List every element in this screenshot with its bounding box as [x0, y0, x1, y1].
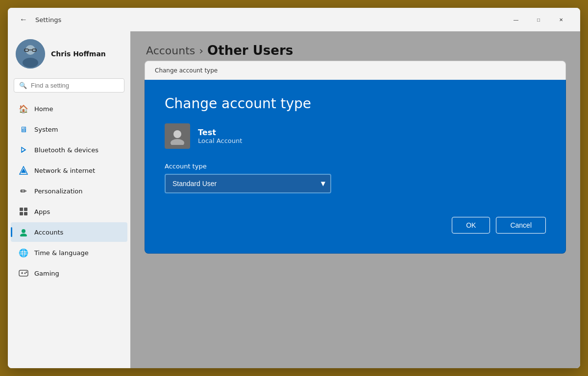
- minimize-button[interactable]: —: [505, 12, 527, 27]
- app-title: Settings: [35, 16, 61, 24]
- svg-rect-14: [19, 270, 28, 276]
- sidebar-item-bluetooth[interactable]: Bluetooth & devices: [11, 140, 127, 160]
- bluetooth-icon: [19, 145, 28, 155]
- nav-label-time: Time & language: [34, 249, 89, 257]
- sidebar-item-time[interactable]: 🌐 Time & language: [11, 243, 127, 262]
- dialog-user-type: Local Account: [198, 137, 242, 144]
- sidebar-item-system[interactable]: 🖥 System: [11, 119, 127, 139]
- close-button[interactable]: ✕: [550, 12, 572, 27]
- dialog-user-avatar: [165, 123, 190, 149]
- back-button[interactable]: ←: [16, 12, 31, 27]
- sidebar-item-accounts[interactable]: Accounts: [11, 222, 127, 242]
- svg-rect-8: [20, 208, 23, 211]
- sidebar-item-personalization[interactable]: ✏️ Personalization: [11, 181, 127, 201]
- maximize-button[interactable]: □: [527, 12, 550, 27]
- personalization-icon: ✏️: [19, 186, 28, 196]
- nav-label-personalization: Personalization: [34, 188, 83, 195]
- settings-window: ← Settings — □ ✕: [8, 8, 580, 368]
- dialog-user-name: Test: [198, 128, 242, 137]
- svg-point-12: [22, 229, 25, 233]
- main-layout: Chris Hoffman 🔍 🏠 Home 🖥 System: [8, 31, 580, 368]
- search-icon: 🔍: [19, 82, 27, 89]
- dialog-user-card: Test Local Account: [165, 123, 546, 149]
- account-type-select[interactable]: Standard User Administrator: [165, 174, 331, 193]
- svg-point-2: [23, 58, 38, 68]
- dialog-title: Change account type: [165, 95, 546, 112]
- dialog-titlebar: Change account type: [145, 61, 566, 80]
- svg-point-19: [173, 130, 181, 138]
- ok-button[interactable]: OK: [452, 217, 490, 234]
- sidebar-item-gaming[interactable]: Gaming: [11, 263, 127, 283]
- gaming-icon: [19, 268, 28, 278]
- title-bar: ← Settings — □ ✕: [8, 8, 580, 31]
- modal-overlay: Change account type Change account type: [130, 31, 580, 368]
- avatar: [16, 39, 45, 69]
- svg-point-15: [24, 273, 26, 274]
- window-controls: — □ ✕: [505, 12, 572, 27]
- dialog-titlebar-text: Change account type: [155, 67, 218, 74]
- account-type-select-wrap: Standard User Administrator ▼: [165, 174, 331, 193]
- svg-rect-11: [24, 212, 27, 215]
- sidebar: Chris Hoffman 🔍 🏠 Home 🖥 System: [8, 31, 130, 368]
- network-icon: [19, 165, 28, 175]
- account-type-label: Account type: [165, 163, 546, 170]
- user-profile: Chris Hoffman: [8, 31, 130, 78]
- user-name: Chris Hoffman: [51, 50, 106, 58]
- nav-label-accounts: Accounts: [34, 229, 63, 236]
- system-icon: 🖥: [19, 124, 28, 134]
- nav-label-apps: Apps: [34, 208, 50, 215]
- accounts-icon: [19, 227, 28, 237]
- sidebar-item-home[interactable]: 🏠 Home: [11, 99, 127, 118]
- svg-rect-10: [20, 212, 23, 215]
- cancel-button[interactable]: Cancel: [496, 217, 546, 234]
- svg-rect-18: [22, 272, 23, 274]
- nav-label-system: System: [34, 126, 58, 133]
- svg-rect-9: [24, 208, 27, 211]
- nav-label-gaming: Gaming: [34, 270, 59, 277]
- svg-point-16: [26, 272, 27, 273]
- change-account-dialog: Change account type Test Local Account: [145, 80, 566, 254]
- nav-label-network: Network & internet: [34, 167, 95, 174]
- apps-icon: [19, 207, 28, 216]
- dialog-user-info: Test Local Account: [198, 128, 242, 144]
- search-input[interactable]: [31, 82, 119, 89]
- sidebar-item-network[interactable]: Network & internet: [11, 161, 127, 180]
- time-icon: 🌐: [19, 248, 28, 258]
- svg-point-20: [171, 139, 184, 145]
- home-icon: 🏠: [19, 104, 28, 114]
- content-area: Accounts › Other Users Other users Add a…: [130, 31, 580, 368]
- sidebar-item-apps[interactable]: Apps: [11, 202, 127, 221]
- search-box[interactable]: 🔍: [14, 78, 124, 93]
- svg-point-13: [20, 234, 27, 236]
- dialog-buttons: OK Cancel: [165, 217, 546, 234]
- nav-label-home: Home: [34, 105, 53, 113]
- nav-label-bluetooth: Bluetooth & devices: [34, 146, 98, 154]
